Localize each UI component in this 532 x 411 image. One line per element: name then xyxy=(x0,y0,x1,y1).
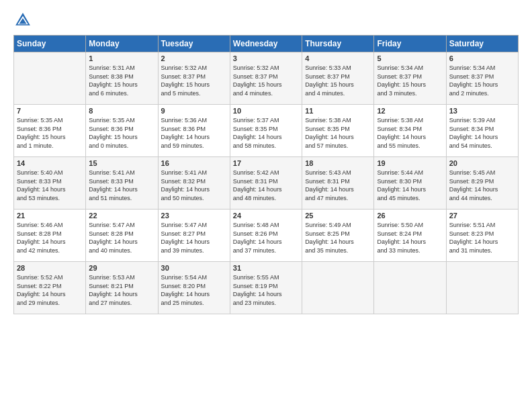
calendar-cell: 11Sunrise: 5:38 AMSunset: 8:35 PMDayligh… xyxy=(302,105,374,157)
cell-content: Sunrise: 5:35 AMSunset: 8:36 PMDaylight:… xyxy=(89,116,154,150)
page: SundayMondayTuesdayWednesdayThursdayFrid… xyxy=(0,0,532,411)
cell-content: Sunrise: 5:47 AMSunset: 8:28 PMDaylight:… xyxy=(89,221,154,255)
cell-content: Sunrise: 5:39 AMSunset: 8:34 PMDaylight:… xyxy=(449,116,515,150)
cell-content: Sunrise: 5:33 AMSunset: 8:37 PMDaylight:… xyxy=(305,64,371,97)
calendar-cell: 21Sunrise: 5:46 AMSunset: 8:28 PMDayligh… xyxy=(14,210,86,262)
week-row-2: 7Sunrise: 5:35 AMSunset: 8:36 PMDaylight… xyxy=(14,105,519,157)
calendar-cell: 23Sunrise: 5:47 AMSunset: 8:27 PMDayligh… xyxy=(158,210,230,262)
generalblue-icon xyxy=(13,11,32,30)
cell-content: Sunrise: 5:50 AMSunset: 8:24 PMDaylight:… xyxy=(377,221,443,255)
calendar-cell: 18Sunrise: 5:43 AMSunset: 8:31 PMDayligh… xyxy=(302,157,374,210)
cell-content: Sunrise: 5:32 AMSunset: 8:37 PMDaylight:… xyxy=(161,64,227,97)
day-number: 11 xyxy=(305,107,371,115)
calendar-cell: 24Sunrise: 5:48 AMSunset: 8:26 PMDayligh… xyxy=(230,210,302,262)
day-number: 24 xyxy=(233,212,299,220)
day-number: 6 xyxy=(449,54,515,62)
cell-content: Sunrise: 5:54 AMSunset: 8:20 PMDaylight:… xyxy=(161,273,227,307)
calendar-cell: 20Sunrise: 5:45 AMSunset: 8:29 PMDayligh… xyxy=(446,157,518,210)
day-number: 29 xyxy=(89,264,154,272)
day-header-tuesday: Tuesday xyxy=(158,36,230,52)
week-row-5: 28Sunrise: 5:52 AMSunset: 8:22 PMDayligh… xyxy=(14,262,519,314)
day-number: 13 xyxy=(449,107,515,115)
calendar-cell: 28Sunrise: 5:52 AMSunset: 8:22 PMDayligh… xyxy=(14,262,86,314)
calendar-cell: 3Sunrise: 5:32 AMSunset: 8:37 PMDaylight… xyxy=(230,52,302,105)
day-number: 25 xyxy=(305,212,371,220)
day-number: 30 xyxy=(161,264,227,272)
day-number: 10 xyxy=(233,107,299,115)
day-header-monday: Monday xyxy=(86,36,158,52)
cell-content: Sunrise: 5:41 AMSunset: 8:33 PMDaylight:… xyxy=(89,169,154,202)
cell-content: Sunrise: 5:42 AMSunset: 8:31 PMDaylight:… xyxy=(233,169,299,202)
calendar-cell xyxy=(302,262,374,314)
calendar-cell: 12Sunrise: 5:38 AMSunset: 8:34 PMDayligh… xyxy=(374,105,446,157)
day-number: 15 xyxy=(89,159,154,167)
cell-content: Sunrise: 5:40 AMSunset: 8:33 PMDaylight:… xyxy=(17,169,83,202)
cell-content: Sunrise: 5:38 AMSunset: 8:34 PMDaylight:… xyxy=(377,116,443,150)
calendar-cell: 29Sunrise: 5:53 AMSunset: 8:21 PMDayligh… xyxy=(86,262,158,314)
day-number: 17 xyxy=(233,159,299,167)
cell-content: Sunrise: 5:32 AMSunset: 8:37 PMDaylight:… xyxy=(233,64,299,97)
day-number: 12 xyxy=(377,107,443,115)
day-number: 4 xyxy=(305,54,371,62)
calendar-cell: 13Sunrise: 5:39 AMSunset: 8:34 PMDayligh… xyxy=(446,105,518,157)
cell-content: Sunrise: 5:38 AMSunset: 8:35 PMDaylight:… xyxy=(305,116,371,150)
day-number: 19 xyxy=(377,159,443,167)
cell-content: Sunrise: 5:51 AMSunset: 8:23 PMDaylight:… xyxy=(449,221,515,255)
day-number: 21 xyxy=(17,212,83,220)
calendar-cell xyxy=(446,262,518,314)
header xyxy=(13,11,519,30)
calendar-table: SundayMondayTuesdayWednesdayThursdayFrid… xyxy=(13,35,519,314)
calendar-cell: 31Sunrise: 5:55 AMSunset: 8:19 PMDayligh… xyxy=(230,262,302,314)
week-row-3: 14Sunrise: 5:40 AMSunset: 8:33 PMDayligh… xyxy=(14,157,519,210)
cell-content: Sunrise: 5:53 AMSunset: 8:21 PMDaylight:… xyxy=(89,273,154,307)
cell-content: Sunrise: 5:46 AMSunset: 8:28 PMDaylight:… xyxy=(17,221,83,255)
calendar-cell: 30Sunrise: 5:54 AMSunset: 8:20 PMDayligh… xyxy=(158,262,230,314)
day-header-friday: Friday xyxy=(374,36,446,52)
cell-content: Sunrise: 5:49 AMSunset: 8:25 PMDaylight:… xyxy=(305,221,371,255)
cell-content: Sunrise: 5:31 AMSunset: 8:38 PMDaylight:… xyxy=(89,64,154,97)
calendar-cell: 7Sunrise: 5:35 AMSunset: 8:36 PMDaylight… xyxy=(14,105,86,157)
day-number: 7 xyxy=(17,107,83,115)
calendar-cell xyxy=(14,52,86,105)
day-number: 16 xyxy=(161,159,227,167)
cell-content: Sunrise: 5:34 AMSunset: 8:37 PMDaylight:… xyxy=(449,64,515,97)
cell-content: Sunrise: 5:41 AMSunset: 8:32 PMDaylight:… xyxy=(161,169,227,202)
calendar-cell: 6Sunrise: 5:34 AMSunset: 8:37 PMDaylight… xyxy=(446,52,518,105)
calendar-cell xyxy=(374,262,446,314)
calendar-cell: 4Sunrise: 5:33 AMSunset: 8:37 PMDaylight… xyxy=(302,52,374,105)
day-number: 9 xyxy=(161,107,227,115)
calendar-cell: 15Sunrise: 5:41 AMSunset: 8:33 PMDayligh… xyxy=(86,157,158,210)
calendar-cell: 9Sunrise: 5:36 AMSunset: 8:36 PMDaylight… xyxy=(158,105,230,157)
day-number: 2 xyxy=(161,54,227,62)
calendar-cell: 27Sunrise: 5:51 AMSunset: 8:23 PMDayligh… xyxy=(446,210,518,262)
day-number: 23 xyxy=(161,212,227,220)
calendar-cell: 26Sunrise: 5:50 AMSunset: 8:24 PMDayligh… xyxy=(374,210,446,262)
day-number: 3 xyxy=(233,54,299,62)
calendar-cell: 1Sunrise: 5:31 AMSunset: 8:38 PMDaylight… xyxy=(86,52,158,105)
day-number: 1 xyxy=(89,54,154,62)
calendar-cell: 22Sunrise: 5:47 AMSunset: 8:28 PMDayligh… xyxy=(86,210,158,262)
logo xyxy=(13,11,35,30)
day-number: 5 xyxy=(377,54,443,62)
day-number: 18 xyxy=(305,159,371,167)
day-number: 22 xyxy=(89,212,154,220)
calendar-cell: 14Sunrise: 5:40 AMSunset: 8:33 PMDayligh… xyxy=(14,157,86,210)
day-number: 14 xyxy=(17,159,83,167)
calendar-cell: 2Sunrise: 5:32 AMSunset: 8:37 PMDaylight… xyxy=(158,52,230,105)
day-header-thursday: Thursday xyxy=(302,36,374,52)
calendar-cell: 10Sunrise: 5:37 AMSunset: 8:35 PMDayligh… xyxy=(230,105,302,157)
cell-content: Sunrise: 5:47 AMSunset: 8:27 PMDaylight:… xyxy=(161,221,227,255)
cell-content: Sunrise: 5:36 AMSunset: 8:36 PMDaylight:… xyxy=(161,116,227,150)
header-row: SundayMondayTuesdayWednesdayThursdayFrid… xyxy=(14,36,519,52)
calendar-cell: 5Sunrise: 5:34 AMSunset: 8:37 PMDaylight… xyxy=(374,52,446,105)
cell-content: Sunrise: 5:55 AMSunset: 8:19 PMDaylight:… xyxy=(233,273,299,307)
cell-content: Sunrise: 5:44 AMSunset: 8:30 PMDaylight:… xyxy=(377,169,443,202)
day-number: 8 xyxy=(89,107,154,115)
week-row-1: 1Sunrise: 5:31 AMSunset: 8:38 PMDaylight… xyxy=(14,52,519,105)
day-header-sunday: Sunday xyxy=(14,36,86,52)
day-number: 26 xyxy=(377,212,443,220)
calendar-cell: 19Sunrise: 5:44 AMSunset: 8:30 PMDayligh… xyxy=(374,157,446,210)
calendar-cell: 16Sunrise: 5:41 AMSunset: 8:32 PMDayligh… xyxy=(158,157,230,210)
cell-content: Sunrise: 5:43 AMSunset: 8:31 PMDaylight:… xyxy=(305,169,371,202)
day-number: 27 xyxy=(449,212,515,220)
